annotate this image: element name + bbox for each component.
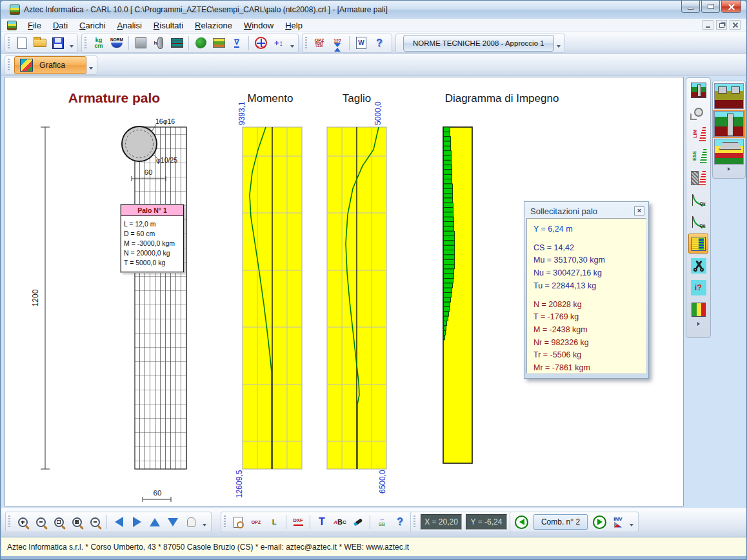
zoom-previous-button[interactable] <box>86 514 103 530</box>
toolbar-overflow-chevron[interactable] <box>89 67 93 70</box>
settlement-qv-button[interactable]: Qv <box>688 190 708 210</box>
envelope-button[interactable]: INV <box>610 514 626 530</box>
close-button[interactable] <box>721 1 741 13</box>
mdi-close-button[interactable] <box>730 20 741 30</box>
minimize-button[interactable] <box>681 1 700 13</box>
rilevato-module-button[interactable] <box>714 139 744 165</box>
menu-carichi[interactable]: Carichi <box>74 19 111 32</box>
sollecitazioni-panel[interactable]: Sollecitazioni palo ❌︎ Y = 6,24 m CS = 1… <box>524 201 649 379</box>
ese-diagram-button[interactable]: ESE <box>688 146 708 166</box>
maximize-button[interactable] <box>701 1 720 13</box>
next-combination-button[interactable] <box>593 515 606 529</box>
toolbar-separator <box>286 515 286 529</box>
toolbar-overflow-chevron[interactable] <box>203 524 206 526</box>
menu-relazione[interactable]: Relazione <box>189 19 238 32</box>
result-diagram-button[interactable] <box>688 299 708 319</box>
insert-text-button[interactable]: T <box>314 514 330 530</box>
mdi-restore-button[interactable] <box>716 20 727 30</box>
report-button[interactable]: W <box>353 35 370 52</box>
pile-soil-view-button[interactable] <box>688 80 708 100</box>
cut-tool-button[interactable] <box>688 255 708 275</box>
toolbar-expand-chevron[interactable] <box>697 322 700 326</box>
pan-right-button[interactable] <box>128 514 145 530</box>
pile-data-button[interactable]: h <box>150 35 167 52</box>
down-arrow-icon <box>168 518 178 526</box>
toolbar-grip[interactable] <box>224 515 226 528</box>
scale-bar-button[interactable]: ↔ SB <box>374 514 390 530</box>
loads-n-button[interactable]: +↕ <box>270 35 287 52</box>
combination-selector[interactable]: Comb. n° 2 <box>533 514 588 530</box>
toolbar-overflow-chevron[interactable] <box>70 45 74 48</box>
zoom-extents-button[interactable] <box>68 514 85 530</box>
menu-analisi[interactable]: Analisi <box>112 19 148 32</box>
norme-tecniche-button[interactable]: NORME TECNICHE 2008 - Approccio 1 <box>403 35 554 52</box>
toolbar-overflow-chevron[interactable] <box>630 524 633 526</box>
armature-title: Armature palo <box>68 90 160 105</box>
document-icon[interactable] <box>7 21 17 30</box>
help-button-bottom[interactable]: ? <box>392 514 408 530</box>
toolbar-separator <box>188 36 189 50</box>
pile-driver-button[interactable] <box>132 35 149 52</box>
help-button[interactable]: ? <box>371 35 388 52</box>
toolbar-grip[interactable] <box>413 515 415 528</box>
titlebar[interactable]: Aztec Informatica - CARL 10.0 [ C:\Progr… <box>1 1 747 19</box>
toolbar-overflow-chevron[interactable] <box>290 45 294 48</box>
settlement-qo-button[interactable]: Qo <box>688 212 708 232</box>
toolbar-expand-chevron[interactable] <box>728 167 730 171</box>
menu-help[interactable]: Help <box>279 19 308 32</box>
toolbar-grip[interactable] <box>305 37 307 50</box>
armature-view-button[interactable] <box>688 234 708 254</box>
pan-hand-button[interactable] <box>183 514 199 530</box>
normative-button[interactable]: NORM <box>108 35 125 52</box>
graphic-options-button[interactable]: OPZ <box>248 514 264 530</box>
zoom-out-button[interactable] <box>32 514 49 530</box>
section-view-button[interactable] <box>688 102 708 122</box>
options-button[interactable]: OPZ PORT CEDI <box>311 35 328 52</box>
print-preview-button[interactable] <box>230 514 246 530</box>
drawing-canvas[interactable]: Armature palo Momento Taglio Diagramma d… <box>5 77 684 506</box>
menu-dati[interactable]: Dati <box>47 19 74 32</box>
toolbar-separator <box>349 36 350 50</box>
toolbar-grip[interactable] <box>8 37 10 50</box>
redraw-button[interactable] <box>350 514 366 530</box>
plinti-module-button[interactable] <box>714 83 744 109</box>
sollecitazioni-header[interactable]: Sollecitazioni palo ❌︎ <box>526 204 646 218</box>
zoom-window-button[interactable] <box>50 514 67 530</box>
pressure-diagram-button[interactable] <box>688 168 708 188</box>
stratigraphy-button[interactable] <box>210 35 227 52</box>
analysis-run-button[interactable]: 127 <box>329 35 346 52</box>
open-file-button[interactable] <box>32 35 48 52</box>
toolbar-grip[interactable] <box>85 37 86 50</box>
new-file-button[interactable] <box>14 35 30 52</box>
menu-file[interactable]: File <box>22 19 47 32</box>
font-button[interactable]: ABC <box>332 514 348 530</box>
zoom-in-button[interactable] <box>14 514 31 530</box>
grafica-button[interactable]: Grafica <box>14 56 86 74</box>
units-button[interactable]: kgcm <box>90 35 107 52</box>
info-icon: i? <box>691 280 706 295</box>
previous-combination-button[interactable] <box>515 515 528 529</box>
layers-button[interactable]: L <box>266 514 283 530</box>
info-query-button[interactable]: i? <box>688 277 708 297</box>
normative-book-icon: NORM <box>110 38 123 48</box>
sollecitazioni-close-button[interactable]: ❌︎ <box>634 206 644 215</box>
lim-diagram-button[interactable]: LIM <box>688 124 708 144</box>
pan-left-button[interactable] <box>110 514 127 530</box>
mdi-minimize-button[interactable] <box>702 20 713 30</box>
loads-fm-button[interactable]: F M <box>252 35 269 52</box>
up-arrow-icon <box>150 518 160 526</box>
pali-module-button[interactable] <box>714 111 744 137</box>
vegetation-button[interactable] <box>192 35 209 52</box>
wall-button[interactable] <box>168 35 185 52</box>
toolbar-grip[interactable] <box>8 515 10 528</box>
save-button[interactable] <box>50 35 66 52</box>
menu-risultati[interactable]: Risultati <box>148 19 189 32</box>
water-table-button[interactable]: ∇ <box>228 35 245 52</box>
water-table-icon: ∇ <box>234 39 239 48</box>
toolbar-grip[interactable] <box>8 59 10 72</box>
pan-down-button[interactable] <box>164 514 181 530</box>
dxf-export-button[interactable]: DXF <box>290 514 306 530</box>
menu-window[interactable]: Window <box>238 19 279 32</box>
toolbar-overflow-chevron[interactable] <box>557 45 561 48</box>
pan-up-button[interactable] <box>146 514 163 530</box>
